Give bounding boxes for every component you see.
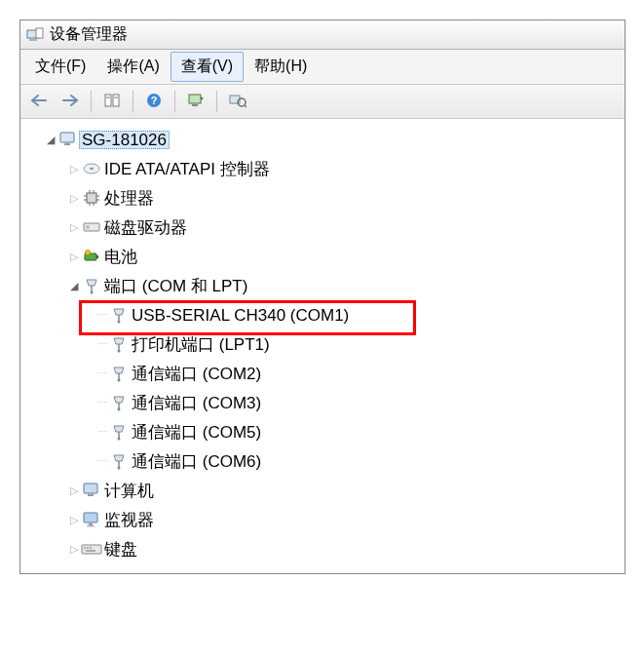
toolbar-separator bbox=[91, 91, 92, 112]
tree-connector: ⋯ bbox=[95, 339, 108, 349]
svg-point-17 bbox=[90, 168, 94, 171]
port-icon bbox=[108, 306, 130, 324]
tree-item-com2[interactable]: ⋯ 通信端口 (COM2) bbox=[24, 359, 621, 388]
svg-rect-1 bbox=[29, 39, 37, 41]
help-icon: ? bbox=[145, 92, 163, 112]
collapse-icon[interactable]: ◢ bbox=[67, 281, 81, 291]
node-label: IDE ATA/ATAPI 控制器 bbox=[102, 161, 270, 177]
toolbar: ? bbox=[20, 85, 625, 119]
tree-node-ports[interactable]: ◢ 端口 (COM 和 LPT) bbox=[24, 271, 621, 300]
tree-node-disk[interactable]: ▷ 磁盘驱动器 bbox=[24, 213, 621, 242]
port-icon bbox=[81, 277, 102, 294]
toolbar-separator bbox=[174, 91, 175, 112]
expand-icon[interactable]: ▷ bbox=[67, 515, 81, 525]
svg-rect-50 bbox=[87, 525, 95, 527]
tree-panel: ◢ SG-181026 ▷ IDE ATA/ATAPI 控制器 ▷ bbox=[20, 119, 625, 573]
svg-point-31 bbox=[86, 251, 91, 255]
tree-node-ide[interactable]: ▷ IDE ATA/ATAPI 控制器 bbox=[24, 154, 621, 183]
svg-rect-18 bbox=[87, 193, 96, 203]
node-label: 端口 (COM 和 LPT) bbox=[102, 278, 247, 294]
tree-connector: ⋯ bbox=[95, 368, 108, 378]
svg-point-37 bbox=[118, 350, 121, 353]
back-button[interactable] bbox=[24, 88, 54, 115]
app-icon bbox=[26, 27, 44, 43]
svg-rect-4 bbox=[113, 95, 119, 106]
node-label: 计算机 bbox=[102, 483, 154, 499]
menu-file[interactable]: 文件(F) bbox=[24, 52, 96, 82]
port-icon bbox=[108, 423, 130, 441]
svg-rect-2 bbox=[36, 28, 43, 38]
expand-icon[interactable]: ▷ bbox=[67, 193, 81, 204]
root-label: SG-181026 bbox=[79, 131, 170, 149]
expand-icon[interactable]: ▷ bbox=[67, 485, 81, 496]
tree-item-printer-port[interactable]: ⋯ 打印机端口 (LPT1) bbox=[24, 329, 621, 359]
expand-icon[interactable]: ▷ bbox=[67, 252, 81, 262]
svg-rect-55 bbox=[86, 550, 95, 552]
svg-point-28 bbox=[86, 225, 90, 229]
svg-rect-51 bbox=[82, 545, 101, 554]
monitor-icon bbox=[81, 511, 102, 528]
svg-rect-48 bbox=[84, 513, 97, 523]
node-label: 监视器 bbox=[102, 512, 154, 528]
port-icon bbox=[108, 335, 130, 353]
svg-point-43 bbox=[118, 438, 121, 441]
menu-help[interactable]: 帮助(H) bbox=[244, 52, 318, 82]
port-icon bbox=[108, 394, 130, 411]
tree-node-battery[interactable]: ▷ 电池 bbox=[24, 242, 621, 271]
forward-arrow-icon bbox=[61, 94, 79, 110]
node-label: 电池 bbox=[102, 249, 137, 265]
node-label: 键盘 bbox=[102, 541, 137, 558]
svg-rect-30 bbox=[96, 255, 98, 258]
ide-controller-icon bbox=[81, 161, 102, 176]
tree-connector: ⋯ bbox=[95, 310, 108, 320]
item-label: 通信端口 (COM3) bbox=[130, 395, 261, 411]
svg-point-41 bbox=[118, 408, 121, 411]
menu-action[interactable]: 操作(A) bbox=[96, 52, 170, 82]
tree-node-keyboard[interactable]: ▷ 键盘 bbox=[24, 534, 621, 563]
svg-rect-46 bbox=[84, 484, 97, 493]
device-tree[interactable]: ◢ SG-181026 ▷ IDE ATA/ATAPI 控制器 ▷ bbox=[20, 119, 625, 573]
node-label: 磁盘驱动器 bbox=[102, 219, 187, 236]
computer-icon bbox=[81, 482, 102, 499]
tree-item-usb-serial[interactable]: ⋯ USB-SERIAL CH340 (COM1) bbox=[24, 300, 621, 329]
computer-icon bbox=[57, 131, 79, 148]
item-label: 通信端口 (COM6) bbox=[130, 453, 261, 470]
expand-icon[interactable]: ▷ bbox=[67, 222, 81, 233]
svg-rect-15 bbox=[64, 143, 70, 145]
scan-button[interactable] bbox=[223, 88, 252, 115]
menubar: 文件(F) 操作(A) 查看(V) 帮助(H) bbox=[20, 50, 625, 85]
tree-item-com6[interactable]: ⋯ 通信端口 (COM6) bbox=[24, 446, 621, 476]
tree-root[interactable]: ◢ SG-181026 bbox=[24, 125, 621, 154]
tree-node-computer[interactable]: ▷ 计算机 bbox=[24, 476, 621, 505]
tree-node-cpu[interactable]: ▷ 处理器 bbox=[24, 183, 621, 213]
svg-rect-14 bbox=[60, 133, 74, 142]
svg-rect-47 bbox=[88, 494, 94, 496]
svg-point-33 bbox=[91, 291, 94, 294]
tree-item-com5[interactable]: ⋯ 通信端口 (COM5) bbox=[24, 417, 621, 446]
svg-line-13 bbox=[245, 105, 246, 107]
svg-text:?: ? bbox=[151, 95, 158, 106]
item-label: 通信端口 (COM5) bbox=[130, 424, 261, 441]
tree-item-com3[interactable]: ⋯ 通信端口 (COM3) bbox=[24, 388, 621, 417]
forward-button[interactable] bbox=[56, 88, 85, 115]
svg-rect-10 bbox=[192, 104, 198, 106]
expand-icon[interactable]: ▷ bbox=[67, 544, 81, 555]
tree-node-monitor[interactable]: ▷ 监视器 bbox=[24, 505, 621, 534]
svg-point-45 bbox=[118, 467, 121, 470]
help-button[interactable]: ? bbox=[139, 88, 169, 115]
properties-icon bbox=[103, 93, 121, 111]
tree-connector: ⋯ bbox=[95, 427, 108, 437]
item-label: 通信端口 (COM2) bbox=[130, 366, 261, 382]
svg-rect-52 bbox=[84, 547, 86, 549]
svg-rect-54 bbox=[90, 547, 92, 549]
item-label: 打印机端口 (LPT1) bbox=[130, 336, 270, 353]
expand-icon[interactable]: ▷ bbox=[67, 164, 81, 174]
menu-view[interactable]: 查看(V) bbox=[170, 52, 244, 82]
titlebar: 设备管理器 bbox=[20, 20, 625, 50]
battery-icon bbox=[81, 249, 102, 264]
properties-button[interactable] bbox=[97, 88, 127, 115]
keyboard-icon bbox=[81, 542, 102, 556]
refresh-button[interactable] bbox=[181, 88, 210, 115]
collapse-icon[interactable]: ◢ bbox=[44, 135, 57, 145]
processor-icon bbox=[81, 189, 102, 207]
